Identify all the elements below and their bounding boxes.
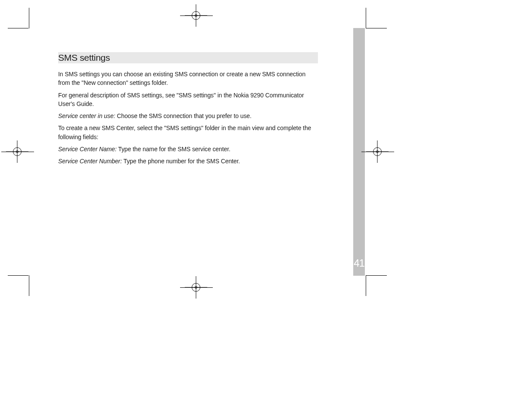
crop-mark-icon: [366, 275, 366, 296]
crop-mark-icon: [29, 8, 29, 28]
body-content: In SMS settings you can choose an existi…: [58, 70, 318, 169]
service-center-number-text: Type the phone number for the SMS Center…: [122, 158, 240, 165]
crop-mark-icon: [8, 28, 28, 28]
general-text: For general description of SMS settings,…: [58, 92, 304, 107]
section-heading: SMS settings: [58, 53, 110, 63]
intro-text: In SMS settings you can choose an existi…: [58, 71, 305, 86]
crop-mark-icon: [366, 8, 366, 28]
service-center-in-use-label: Service center in use:: [58, 112, 115, 119]
crop-mark-icon: [8, 275, 28, 276]
registration-line: [361, 152, 394, 152]
registration-line: [180, 287, 213, 288]
section-heading-bar: SMS settings: [58, 52, 318, 63]
service-center-name-text: Type the name for the SMS service center…: [117, 146, 230, 153]
registration-line: [180, 16, 213, 16]
crop-mark-icon: [366, 28, 387, 28]
crop-mark-icon: [366, 275, 387, 276]
crop-mark-icon: [29, 275, 29, 296]
page-number: 41: [353, 257, 365, 269]
service-center-number-label: Service Center Number:: [58, 158, 122, 165]
service-center-name-label: Service Center Name:: [58, 146, 117, 153]
service-center-in-use-text: Choose the SMS connection that you prefe…: [115, 112, 251, 119]
create-new-text: To create a new SMS Center, select the "…: [58, 125, 311, 140]
registration-line: [1, 152, 34, 152]
